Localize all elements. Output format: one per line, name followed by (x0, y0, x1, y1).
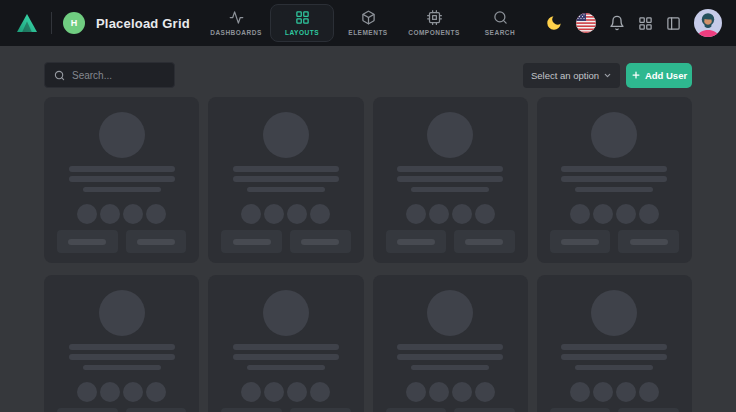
text-line-placeholder (69, 166, 175, 172)
button-placeholder (454, 408, 515, 412)
notifications-button[interactable] (609, 15, 625, 31)
button-pill-placeholder (561, 239, 599, 245)
dot-placeholder (77, 382, 97, 402)
button-placeholder (550, 230, 611, 253)
dot-placeholder (570, 204, 590, 224)
button-placeholder (57, 230, 118, 253)
toolbar: Select an option Add User (44, 62, 692, 88)
theme-toggle-button[interactable] (545, 14, 563, 32)
avatar-placeholder (427, 112, 473, 158)
button-placeholder (550, 408, 611, 412)
dot-placeholder (429, 382, 449, 402)
nav-item-elements[interactable]: ELEMENTS (336, 4, 400, 42)
text-line-placeholder (69, 354, 175, 360)
text-line-placeholder (411, 187, 489, 192)
dots-placeholder-row (241, 382, 330, 402)
main-nav: DASHBOARDSLAYOUTSELEMENTSCOMPONENTSSEARC… (204, 4, 532, 42)
dots-placeholder-row (406, 382, 495, 402)
nav-item-label: ELEMENTS (348, 29, 387, 36)
button-placeholder (618, 230, 679, 253)
placeholder-card (537, 275, 692, 412)
dot-placeholder (264, 204, 284, 224)
text-line-placeholder (561, 176, 667, 182)
text-line-placeholder (233, 176, 339, 182)
button-placeholder-row (221, 230, 350, 253)
button-placeholder (57, 408, 118, 412)
button-placeholder-row (550, 230, 679, 253)
button-placeholder (221, 230, 282, 253)
dot-placeholder (639, 382, 659, 402)
text-line-placeholder (247, 187, 325, 192)
cpu-icon (427, 10, 442, 25)
dot-placeholder (593, 382, 613, 402)
button-pill-placeholder (68, 239, 106, 245)
placeholder-card (208, 275, 363, 412)
avatar-placeholder (591, 112, 637, 158)
dot-placeholder (146, 382, 166, 402)
dot-placeholder (100, 382, 120, 402)
dot-placeholder (616, 204, 636, 224)
avatar (694, 9, 722, 37)
text-line-placeholder (69, 176, 175, 182)
nav-item-layouts[interactable]: LAYOUTS (270, 4, 334, 42)
button-placeholder (290, 408, 351, 412)
dots-placeholder-row (241, 204, 330, 224)
grid-icon (295, 10, 310, 25)
dot-placeholder (264, 382, 284, 402)
dot-placeholder (616, 382, 636, 402)
nav-item-components[interactable]: COMPONENTS (402, 4, 466, 42)
brand-initial-badge: H (63, 12, 85, 34)
nav-item-label: LAYOUTS (285, 29, 319, 36)
sidebar-toggle-button[interactable] (666, 16, 681, 31)
search-box[interactable] (44, 62, 175, 88)
dot-placeholder (310, 382, 330, 402)
search-input[interactable] (72, 70, 165, 81)
activity-icon (229, 10, 244, 25)
dots-placeholder-row (570, 382, 659, 402)
placeholder-card-grid (44, 97, 692, 412)
apps-grid-icon (638, 16, 653, 31)
dot-placeholder (241, 382, 261, 402)
button-pill-placeholder (630, 239, 668, 245)
button-placeholder (618, 408, 679, 412)
option-select[interactable]: Select an option (523, 63, 620, 88)
sidebar-icon (666, 16, 681, 31)
text-line-placeholder (575, 365, 653, 370)
button-placeholder-row (550, 408, 679, 412)
dots-placeholder-row (77, 382, 166, 402)
nav-item-label: COMPONENTS (408, 29, 460, 36)
text-line-placeholder (233, 344, 339, 350)
button-placeholder (290, 230, 351, 253)
placeholder-card (373, 275, 528, 412)
button-placeholder (386, 230, 447, 253)
dot-placeholder (452, 382, 472, 402)
language-button[interactable] (576, 13, 596, 33)
text-line-placeholder (233, 354, 339, 360)
nav-item-dashboards[interactable]: DASHBOARDS (204, 4, 268, 42)
placeholder-card (537, 97, 692, 263)
text-line-placeholder (83, 365, 161, 370)
app-logo-triangle-icon[interactable] (14, 11, 40, 35)
text-line-placeholder (411, 365, 489, 370)
dot-placeholder (310, 204, 330, 224)
apps-button[interactable] (638, 16, 653, 31)
nav-item-search[interactable]: SEARCH (468, 4, 532, 42)
dot-placeholder (570, 382, 590, 402)
dot-placeholder (406, 382, 426, 402)
text-line-placeholder (69, 344, 175, 350)
dot-placeholder (639, 204, 659, 224)
navbar-actions (545, 9, 722, 37)
avatar-placeholder (99, 290, 145, 336)
dot-placeholder (593, 204, 613, 224)
add-user-button[interactable]: Add User (626, 63, 692, 88)
us-flag-icon (576, 13, 596, 33)
button-placeholder-row (57, 408, 186, 412)
button-placeholder-row (386, 230, 515, 253)
dot-placeholder (475, 204, 495, 224)
dot-placeholder (241, 204, 261, 224)
dot-placeholder (100, 204, 120, 224)
placeholder-card (208, 97, 363, 263)
avatar[interactable] (694, 9, 722, 37)
bell-icon (609, 15, 625, 31)
dots-placeholder-row (570, 204, 659, 224)
